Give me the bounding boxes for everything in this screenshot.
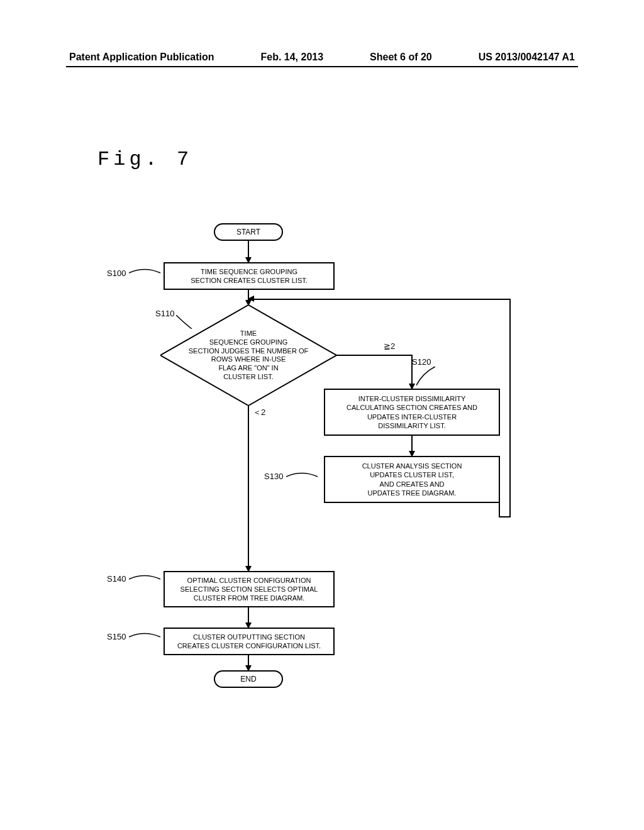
process-s100: TIME SEQUENCE GROUPING SECTION CREATES C… bbox=[164, 262, 335, 290]
connector-s130 bbox=[286, 470, 321, 484]
line-s110-down bbox=[248, 406, 249, 569]
line-s110-right bbox=[336, 355, 412, 356]
label-s100: S100 bbox=[107, 268, 126, 278]
connector-s100 bbox=[129, 266, 164, 280]
end-text: END bbox=[240, 675, 256, 683]
label-s140: S140 bbox=[107, 574, 126, 584]
flowchart: START TIME SEQUENCE GROUPING SECTION CRE… bbox=[107, 223, 547, 689]
start-text: START bbox=[236, 228, 260, 236]
cond-lt2: ＜2 bbox=[253, 407, 265, 418]
process-s150: CLUSTER OUTPUTTING SECTION CREATES CLUST… bbox=[164, 628, 335, 655]
header-divider bbox=[66, 66, 578, 67]
process-s140: OPTIMAL CLUSTER CONFIGURATION SELECTING … bbox=[164, 571, 335, 607]
label-s110: S110 bbox=[155, 309, 174, 318]
header-sheet: Sheet 6 of 20 bbox=[370, 52, 432, 63]
label-s120: S120 bbox=[412, 357, 431, 367]
s130-text: CLUSTER ANALYSIS SECTION UPDATES CLUSTER… bbox=[362, 462, 462, 497]
process-s120: INTER-CLUSTER DISSIMILARITY CALCULATING … bbox=[324, 389, 500, 436]
s140-text: OPTIMAL CLUSTER CONFIGURATION SELECTING … bbox=[180, 576, 318, 603]
cond-ge2: ≧2 bbox=[384, 341, 395, 351]
loop-vline bbox=[509, 299, 511, 517]
header-pubtype: Patent Application Publication bbox=[69, 52, 214, 63]
label-s130: S130 bbox=[264, 472, 283, 481]
s110-text: TIME SEQUENCE GROUPING SECTION JUDGES TH… bbox=[186, 329, 311, 382]
terminal-end: END bbox=[214, 670, 283, 688]
connector-s110 bbox=[176, 315, 201, 329]
arrow-loop-left bbox=[248, 296, 254, 302]
loop-vbot bbox=[499, 503, 500, 517]
connector-s120 bbox=[416, 367, 438, 389]
loop-htop bbox=[248, 299, 511, 300]
loop-hbot bbox=[499, 516, 511, 517]
terminal-start: START bbox=[214, 223, 283, 241]
label-s150: S150 bbox=[107, 632, 126, 641]
s150-text: CLUSTER OUTPUTTING SECTION CREATES CLUST… bbox=[177, 633, 321, 651]
header-date: Feb. 14, 2013 bbox=[260, 52, 323, 63]
process-s130: CLUSTER ANALYSIS SECTION UPDATES CLUSTER… bbox=[324, 456, 500, 503]
s100-text: TIME SEQUENCE GROUPING SECTION CREATES C… bbox=[191, 267, 308, 285]
s120-text: INTER-CLUSTER DISSIMILARITY CALCULATING … bbox=[347, 394, 477, 430]
figure-label: Fig. 7 bbox=[97, 148, 192, 171]
connector-s150 bbox=[129, 630, 164, 644]
page-header: Patent Application Publication Feb. 14, … bbox=[69, 52, 575, 63]
connector-s140 bbox=[129, 572, 164, 586]
header-pubnumber: US 2013/0042147 A1 bbox=[479, 52, 575, 63]
